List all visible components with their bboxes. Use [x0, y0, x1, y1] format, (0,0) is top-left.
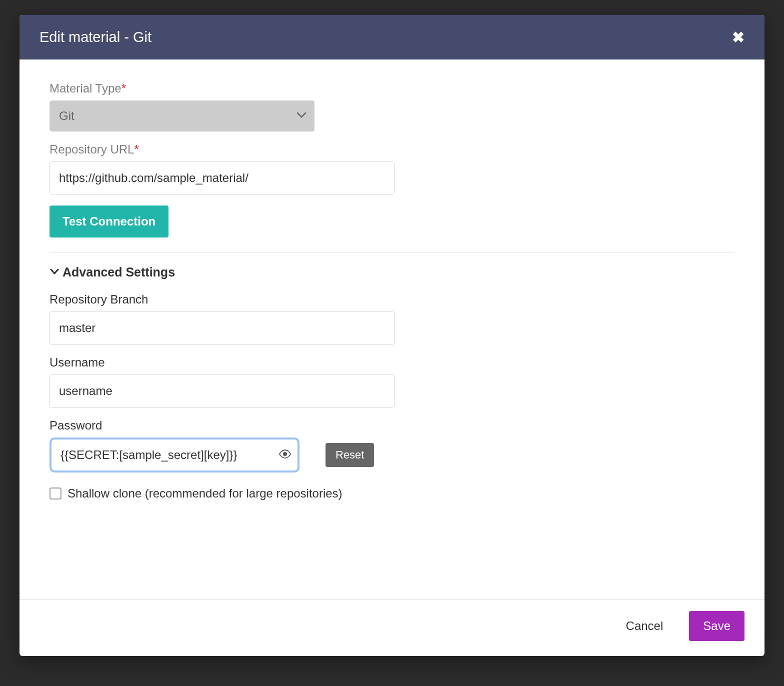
- repo-url-input[interactable]: [50, 162, 394, 194]
- modal-header: Edit material - Git ✖: [20, 15, 764, 60]
- username-group: Username: [50, 356, 734, 408]
- material-type-group: Material Type* Git: [50, 82, 734, 132]
- divider: [50, 252, 734, 253]
- modal-title: Edit material - Git: [40, 29, 152, 46]
- shallow-clone-row: Shallow clone (recommended for large rep…: [50, 486, 734, 500]
- repo-url-group: Repository URL*: [50, 142, 734, 194]
- modal-backdrop: Edit material - Git ✖ Material Type* Git…: [0, 0, 784, 686]
- material-type-label-text: Material Type: [50, 82, 122, 95]
- password-input-wrap: [50, 438, 300, 472]
- password-label: Password: [50, 418, 734, 432]
- password-group: Password Reset: [50, 418, 734, 472]
- chevron-down-icon: [50, 265, 60, 280]
- eye-icon[interactable]: [278, 450, 292, 460]
- username-label: Username: [50, 356, 734, 370]
- save-button[interactable]: Save: [689, 611, 744, 641]
- branch-input[interactable]: [50, 312, 394, 344]
- test-connection-button[interactable]: Test Connection: [50, 206, 168, 238]
- cancel-button[interactable]: Cancel: [615, 611, 674, 641]
- reset-button[interactable]: Reset: [326, 443, 374, 467]
- password-row: Reset: [50, 438, 734, 472]
- modal-body: Material Type* Git Repository URL* Test …: [20, 60, 764, 600]
- advanced-settings-toggle[interactable]: Advanced Settings: [50, 265, 734, 280]
- repo-url-label: Repository URL*: [50, 142, 734, 156]
- svg-point-0: [283, 452, 287, 456]
- material-type-label: Material Type*: [50, 82, 734, 96]
- branch-label: Repository Branch: [50, 292, 734, 306]
- required-asterisk: *: [122, 82, 126, 95]
- edit-material-modal: Edit material - Git ✖ Material Type* Git…: [20, 15, 764, 656]
- test-connection-group: Test Connection: [50, 206, 734, 238]
- repo-url-label-text: Repository URL: [50, 142, 134, 156]
- close-icon[interactable]: ✖: [732, 30, 744, 45]
- branch-group: Repository Branch: [50, 292, 734, 344]
- material-type-select[interactable]: Git: [50, 100, 314, 132]
- password-input[interactable]: [50, 438, 300, 472]
- advanced-settings-label: Advanced Settings: [62, 265, 175, 280]
- material-type-select-wrap: Git: [50, 100, 314, 132]
- modal-footer: Cancel Save: [20, 600, 764, 656]
- shallow-clone-label: Shallow clone (recommended for large rep…: [68, 486, 342, 500]
- required-asterisk: *: [134, 142, 138, 156]
- username-input[interactable]: [50, 374, 394, 408]
- shallow-clone-checkbox[interactable]: [50, 488, 62, 500]
